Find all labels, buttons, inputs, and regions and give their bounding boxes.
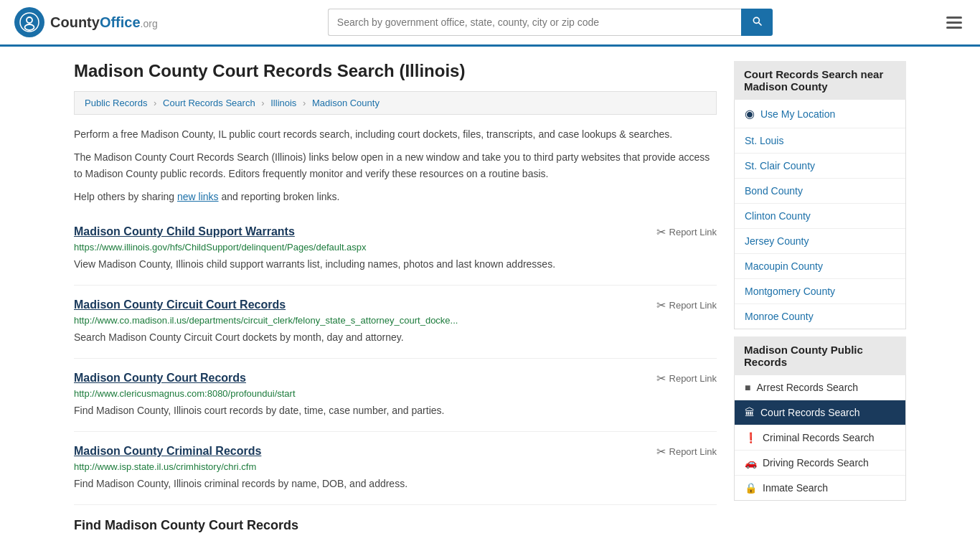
- nearby-label-7: Montgomery County: [745, 286, 835, 297]
- nearby-link-7[interactable]: Montgomery County: [735, 279, 905, 304]
- pr-label-4: Inmate Search: [763, 482, 828, 494]
- nearby-link-3[interactable]: Bond County: [735, 179, 905, 204]
- breadcrumb-sep-2: ›: [261, 98, 264, 108]
- nearby-label-8: Monroe County: [745, 311, 814, 322]
- report-label-0: Report Link: [669, 227, 717, 237]
- public-records-link-1[interactable]: 🏛 Court Records Search: [735, 400, 905, 425]
- logo-icon: [14, 7, 44, 37]
- nearby-label-3: Bond County: [745, 185, 803, 197]
- use-my-location-link[interactable]: ◉Use My Location: [735, 100, 905, 128]
- report-icon-2: ✂: [656, 372, 666, 385]
- nearby-link-2[interactable]: St. Clair County: [735, 154, 905, 179]
- public-records-link-3[interactable]: 🚗 Driving Records Search: [735, 451, 905, 476]
- public-records-link-2[interactable]: ❗ Criminal Records Search: [735, 425, 905, 451]
- nearby-section-title: Court Records Search near Madison County: [734, 61, 906, 100]
- result-url-2[interactable]: http://www.clericusmagnus.com:8080/profo…: [74, 388, 717, 399]
- logo-area[interactable]: CountyOffice.org: [14, 7, 158, 37]
- pr-icon-0: ■: [745, 382, 750, 393]
- result-header-1: Madison County Circuit Court Records ✂ R…: [74, 298, 717, 312]
- left-content: Madison County Court Records Search (Ill…: [74, 61, 717, 533]
- new-links-link[interactable]: new links: [177, 191, 219, 202]
- find-records-title: Find Madison County Court Records: [74, 505, 717, 533]
- main-content: Madison County Court Records Search (Ill…: [60, 47, 920, 547]
- public-records-link-0[interactable]: ■ Arrest Records Search: [735, 375, 905, 400]
- breadcrumb-sep-1: ›: [154, 98, 156, 108]
- nearby-link-4[interactable]: Clinton County: [735, 204, 905, 229]
- nearby-label-1: St. Louis: [745, 135, 783, 146]
- result-item: Madison County Circuit Court Records ✂ R…: [74, 286, 717, 359]
- report-icon-0: ✂: [656, 225, 666, 239]
- desc-paragraph-3: Help others by sharing new links and rep…: [74, 189, 717, 204]
- breadcrumb-sep-3: ›: [303, 98, 306, 108]
- location-icon: ◉: [745, 107, 755, 121]
- result-header-3: Madison County Criminal Records ✂ Report…: [74, 445, 717, 458]
- nearby-label-5: Jersey County: [745, 235, 809, 247]
- breadcrumb-public-records[interactable]: Public Records: [85, 98, 147, 108]
- pr-icon-3: 🚗: [745, 457, 757, 468]
- result-title-1[interactable]: Madison County Circuit Court Records: [74, 298, 286, 311]
- menu-bar-2: [946, 22, 962, 24]
- breadcrumb: Public Records › Court Records Search › …: [74, 91, 717, 115]
- report-icon-1: ✂: [656, 298, 666, 312]
- menu-bar-1: [946, 17, 962, 19]
- result-title-2[interactable]: Madison County Court Records: [74, 372, 246, 385]
- report-label-2: Report Link: [669, 373, 717, 384]
- logo-text: CountyOffice.org: [50, 14, 158, 31]
- hamburger-menu-button[interactable]: [943, 13, 966, 32]
- public-records-section-title: Madison County Public Records: [734, 336, 906, 375]
- search-area: [328, 9, 773, 36]
- site-header: CountyOffice.org: [0, 0, 980, 47]
- result-header-0: Madison County Child Support Warrants ✂ …: [74, 225, 717, 239]
- result-url-0[interactable]: https://www.illinois.gov/hfs/ChildSuppor…: [74, 242, 717, 253]
- result-url-1[interactable]: http://www.co.madison.il.us/departments/…: [74, 315, 717, 326]
- pr-label-2: Criminal Records Search: [763, 432, 875, 443]
- report-label-1: Report Link: [669, 300, 717, 311]
- report-link-1[interactable]: ✂ Report Link: [656, 298, 717, 312]
- page-title: Madison County Court Records Search (Ill…: [74, 61, 717, 81]
- nearby-link-6[interactable]: Macoupin County: [735, 254, 905, 279]
- pr-label-1: Court Records Search: [760, 407, 860, 418]
- result-url-3[interactable]: http://www.isp.state.il.us/crimhistory/c…: [74, 461, 717, 472]
- breadcrumb-court-records[interactable]: Court Records Search: [163, 98, 255, 108]
- desc-paragraph-2: The Madison County Court Records Search …: [74, 149, 717, 182]
- nearby-label-6: Macoupin County: [745, 260, 823, 272]
- report-link-0[interactable]: ✂ Report Link: [656, 225, 717, 239]
- nearby-link-8[interactable]: Monroe County: [735, 304, 905, 329]
- breadcrumb-illinois[interactable]: Illinois: [270, 98, 296, 108]
- svg-point-0: [20, 13, 39, 32]
- result-desc-0: View Madison County, Illinois child supp…: [74, 257, 717, 272]
- desc-paragraph-1: Perform a free Madison County, IL public…: [74, 126, 717, 142]
- result-title-3[interactable]: Madison County Criminal Records: [74, 445, 261, 458]
- use-location-label: Use My Location: [760, 108, 835, 120]
- result-header-2: Madison County Court Records ✂ Report Li…: [74, 372, 717, 385]
- public-records-section: Madison County Public Records ■ Arrest R…: [734, 336, 906, 501]
- result-title-0[interactable]: Madison County Child Support Warrants: [74, 225, 295, 238]
- pr-icon-2: ❗: [745, 432, 757, 443]
- result-item: Madison County Child Support Warrants ✂ …: [74, 212, 717, 286]
- pr-label-0: Arrest Records Search: [756, 382, 858, 393]
- public-records-link-4[interactable]: 🔒 Inmate Search: [735, 476, 905, 500]
- report-link-3[interactable]: ✂ Report Link: [656, 445, 717, 458]
- nearby-link-1[interactable]: St. Louis: [735, 128, 905, 154]
- pr-label-3: Driving Records Search: [763, 457, 869, 468]
- result-desc-1: Search Madison County Circuit Court dock…: [74, 330, 717, 345]
- pr-icon-1: 🏛: [745, 407, 755, 418]
- public-records-container: ■ Arrest Records Search 🏛 Court Records …: [734, 375, 906, 501]
- result-desc-2: Find Madison County, Illinois court reco…: [74, 403, 717, 418]
- nearby-label-4: Clinton County: [745, 210, 811, 222]
- menu-bar-3: [946, 27, 962, 29]
- result-desc-3: Find Madison County, Illinois criminal r…: [74, 476, 717, 491]
- nearby-label-2: St. Clair County: [745, 160, 815, 171]
- search-input[interactable]: [328, 9, 741, 36]
- report-icon-3: ✂: [656, 445, 666, 458]
- nearby-links-container: ◉Use My LocationSt. LouisSt. Clair Count…: [734, 100, 906, 329]
- nearby-link-5[interactable]: Jersey County: [735, 229, 905, 254]
- right-sidebar: Court Records Search near Madison County…: [734, 61, 906, 533]
- breadcrumb-madison-county[interactable]: Madison County: [312, 98, 380, 108]
- result-item: Madison County Criminal Records ✂ Report…: [74, 432, 717, 505]
- pr-icon-4: 🔒: [745, 482, 757, 494]
- search-button[interactable]: [741, 9, 773, 36]
- nearby-section: Court Records Search near Madison County…: [734, 61, 906, 329]
- result-item: Madison County Court Records ✂ Report Li…: [74, 359, 717, 432]
- report-link-2[interactable]: ✂ Report Link: [656, 372, 717, 385]
